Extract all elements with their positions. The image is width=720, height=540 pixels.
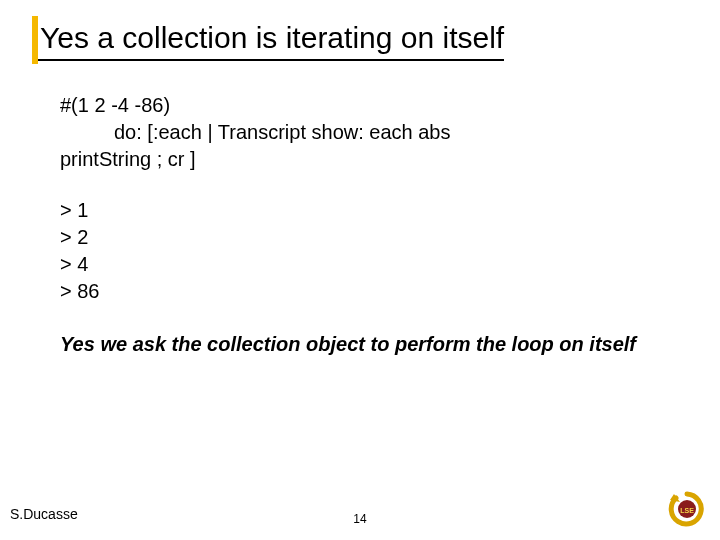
footer-author: S.Ducasse bbox=[10, 506, 78, 522]
output-row: > 4 bbox=[60, 251, 660, 278]
slide-body: #(1 2 -4 -86) do: [:each | Transcript sh… bbox=[60, 92, 660, 358]
code-line-2: do: [:each | Transcript show: each abs bbox=[60, 119, 660, 146]
svg-text:LSE: LSE bbox=[680, 507, 694, 514]
emphasis-text: Yes we ask the collection object to perf… bbox=[60, 331, 660, 358]
output-block: > 1 > 2 > 4 > 86 bbox=[60, 197, 660, 305]
output-row: > 86 bbox=[60, 278, 660, 305]
footer-page-number: 14 bbox=[353, 512, 366, 526]
output-row: > 2 bbox=[60, 224, 660, 251]
slide-title-block: Yes a collection is iterating on itself bbox=[32, 18, 504, 61]
output-row: > 1 bbox=[60, 197, 660, 224]
slide-title: Yes a collection is iterating on itself bbox=[32, 18, 504, 61]
title-accent-bar bbox=[32, 16, 38, 64]
code-line-1: #(1 2 -4 -86) bbox=[60, 92, 660, 119]
code-line-3: printString ; cr ] bbox=[60, 146, 660, 173]
lse-logo-icon: LSE bbox=[666, 488, 708, 530]
